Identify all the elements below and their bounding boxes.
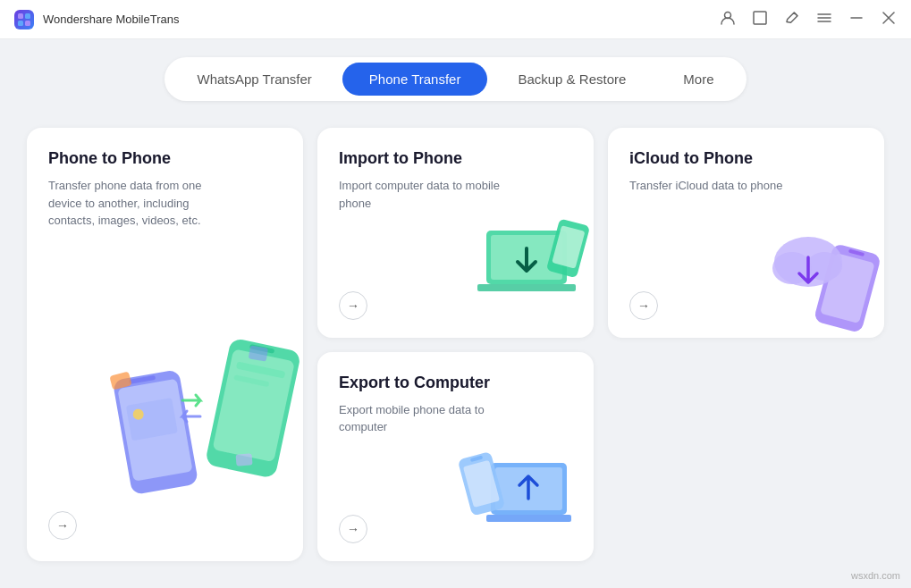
window-icon[interactable] [752, 10, 768, 29]
card-import-to-phone: Import to Phone Import computer data to … [317, 128, 594, 338]
svg-rect-3 [25, 21, 30, 26]
tab-phone[interactable]: Phone Transfer [342, 63, 488, 96]
cards-grid: Phone to Phone Transfer phone data from … [27, 128, 884, 561]
svg-rect-1 [25, 13, 30, 19]
close-icon[interactable] [881, 10, 897, 29]
minimize-icon[interactable] [848, 10, 865, 29]
card-icloud-to-phone: iCloud to Phone Transfer iCloud data to … [608, 128, 884, 338]
menu-icon[interactable] [816, 10, 832, 29]
title-bar-controls [720, 10, 897, 29]
title-bar: Wondershare MobileTrans [0, 0, 911, 39]
svg-rect-38 [486, 515, 571, 522]
card-phone-to-phone-desc: Transfer phone data from one device to a… [48, 177, 227, 230]
card-import-title: Import to Phone [339, 149, 572, 168]
tab-more[interactable]: More [656, 63, 740, 96]
card-export-title: Export to Computer [339, 374, 572, 392]
card-phone-to-phone: Phone to Phone Transfer phone data from … [27, 128, 303, 561]
card-icloud-title: iCloud to Phone [629, 149, 863, 168]
icloud-illustration [759, 213, 875, 329]
nav-tabs: WhatsApp Transfer Phone Transfer Backup … [164, 57, 746, 101]
card-icloud-desc: Transfer iCloud data to phone [629, 177, 808, 195]
card-import-arrow[interactable]: → [339, 291, 367, 320]
tab-backup[interactable]: Backup & Restore [491, 63, 653, 96]
svg-rect-27 [477, 284, 576, 291]
card-export-to-computer: Export to Computer Export mobile phone d… [317, 352, 594, 562]
export-illustration [460, 436, 585, 552]
title-bar-left: Wondershare MobileTrans [14, 10, 179, 29]
card-import-desc: Import computer data to mobile phone [339, 177, 518, 212]
svg-point-35 [806, 252, 842, 281]
card-icloud-arrow[interactable]: → [629, 291, 658, 320]
edit-icon[interactable] [784, 10, 800, 29]
main-content: WhatsApp Transfer Phone Transfer Backup … [0, 39, 911, 588]
tab-whatsapp[interactable]: WhatsApp Transfer [170, 63, 338, 96]
app-name: Wondershare MobileTrans [43, 13, 179, 26]
phone-to-phone-illustration [106, 320, 303, 517]
svg-rect-5 [754, 12, 766, 24]
svg-rect-24 [236, 453, 253, 466]
card-phone-to-phone-arrow[interactable]: → [48, 511, 77, 540]
app-icon [14, 10, 34, 29]
card-phone-to-phone-title: Phone to Phone [48, 149, 282, 168]
card-export-desc: Export mobile phone data to computer [339, 401, 518, 436]
card-export-arrow[interactable]: → [339, 515, 367, 543]
svg-rect-0 [18, 13, 23, 19]
watermark: wsxdn.com [851, 570, 900, 581]
profile-icon[interactable] [720, 10, 736, 29]
import-illustration [468, 213, 585, 329]
svg-rect-2 [18, 21, 23, 26]
